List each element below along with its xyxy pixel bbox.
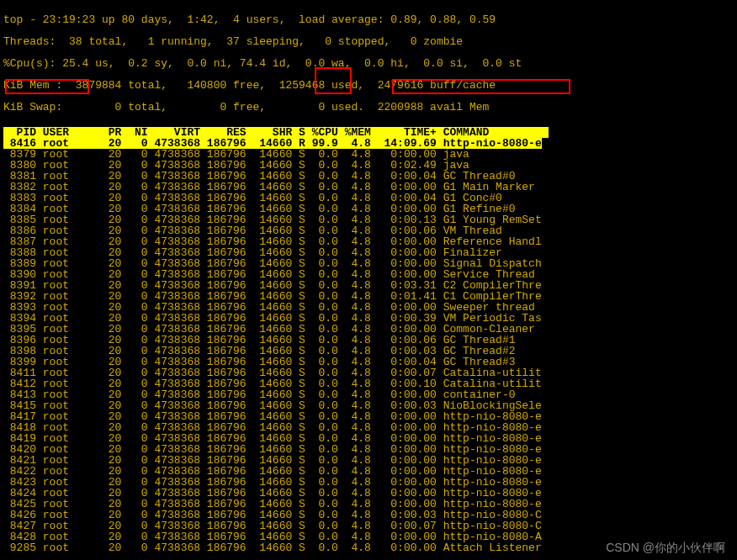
summary-line-4: KiB Mem : 3879884 total, 140800 free, 12… — [3, 80, 734, 91]
top-terminal[interactable]: top - 23:19:23 up 80 days, 1:42, 4 users… — [0, 0, 737, 560]
summary-line-5: KiB Swap: 0 total, 0 free, 0 used. 22009… — [3, 102, 734, 113]
process-list: 8416 root 20 0 4738368 186796 14660 R 99… — [3, 138, 734, 553]
summary-line-3: %Cpu(s): 25.4 us, 0.2 sy, 0.0 ni, 74.4 i… — [3, 58, 734, 69]
summary-line-1: top - 23:19:23 up 80 days, 1:42, 4 users… — [3, 14, 734, 25]
watermark: CSDN @你的小伙伴啊 — [606, 542, 725, 553]
process-row[interactable]: 8416 root 20 0 4738368 186796 14660 R 99… — [3, 138, 734, 149]
summary-line-2: Threads: 38 total, 1 running, 37 sleepin… — [3, 36, 734, 47]
